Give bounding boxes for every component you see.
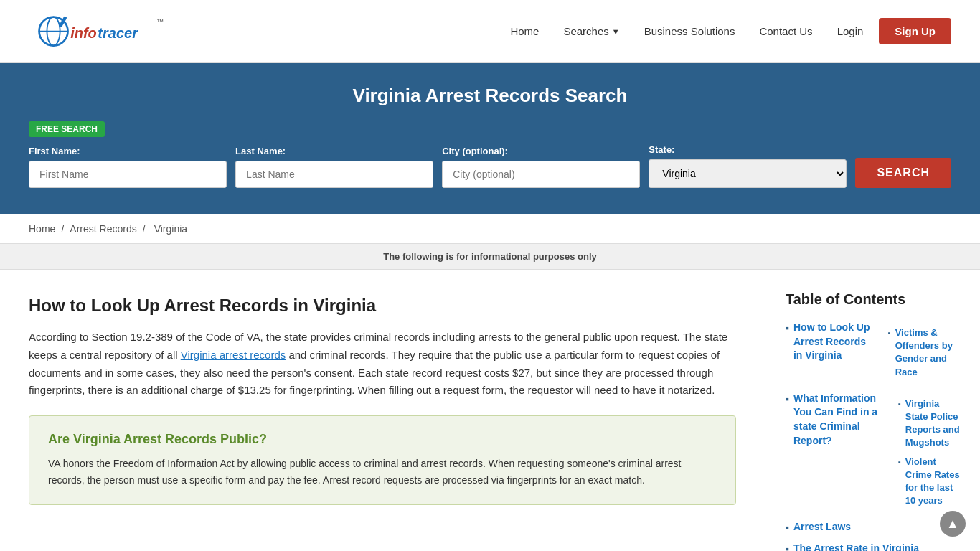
toc-item: What Information You Can Find in a state… <box>786 392 963 514</box>
nav-contact[interactable]: Contact Us <box>750 19 821 43</box>
breadcrumb-sep-2: / <box>143 223 149 235</box>
nav-signup[interactable]: Sign Up <box>879 18 951 44</box>
logo-area: info tracer ™ <box>29 10 172 53</box>
callout-box: Are Virginia Arrest Records Public? VA h… <box>29 415 736 505</box>
svg-text:tracer: tracer <box>98 24 138 40</box>
nav-searches[interactable]: Searches ▼ <box>555 19 628 43</box>
sidebar: Table of Contents How to Look Up Arrest … <box>765 270 980 551</box>
toc-sub-link[interactable]: Virginia State Police Reports and Mugsho… <box>905 397 963 450</box>
toc-sub-link[interactable]: Victims & Offenders by Gender and Race <box>895 326 963 379</box>
nav-business[interactable]: Business Solutions <box>636 19 744 43</box>
scroll-to-top[interactable]: ▲ <box>940 511 966 537</box>
hero-title: Virginia Arrest Records Search <box>29 85 951 107</box>
virginia-records-link[interactable]: Virginia arrest records <box>181 349 286 361</box>
last-name-label: Last Name: <box>235 146 433 156</box>
article-title: How to Look Up Arrest Records in Virgini… <box>29 296 736 316</box>
toc-title: Table of Contents <box>786 291 963 308</box>
last-name-input[interactable] <box>235 161 433 188</box>
state-select[interactable]: Virginia Alabama Alaska California Texas… <box>649 159 847 188</box>
toc-sub-item: Victims & Offenders by Gender and Race <box>888 326 963 379</box>
breadcrumb-sep-1: / <box>62 223 67 235</box>
first-name-field: First Name: <box>29 146 227 188</box>
callout-title: Are Virginia Arrest Records Public? <box>48 432 717 447</box>
search-button[interactable]: SEARCH <box>855 158 951 188</box>
toc-link[interactable]: How to Look Up Arrest Records in Virgini… <box>793 321 874 363</box>
breadcrumb-home[interactable]: Home <box>29 223 55 235</box>
svg-text:info: info <box>70 24 97 40</box>
free-badge: FREE SEARCH <box>29 121 105 137</box>
toc-sub-link[interactable]: Violent Crime Rates for the last 10 year… <box>905 456 963 508</box>
breadcrumb: Home / Arrest Records / Virginia <box>0 214 980 244</box>
logo-svg: info tracer ™ <box>29 10 172 53</box>
main-nav: Home Searches ▼ Business Solutions Conta… <box>501 18 951 44</box>
info-bar: The following is for informational purpo… <box>0 244 980 270</box>
svg-text:™: ™ <box>156 18 164 26</box>
breadcrumb-current: Virginia <box>154 223 187 235</box>
toc-sub-item: Violent Crime Rates for the last 10 year… <box>898 456 963 508</box>
header: info tracer ™ Home Searches ▼ Business S… <box>0 0 980 63</box>
chevron-down-icon: ▼ <box>612 27 620 36</box>
city-input[interactable] <box>442 161 640 188</box>
toc-link[interactable]: Arrest Laws <box>793 520 851 534</box>
city-field: City (optional): <box>442 146 640 188</box>
toc-item: The Arrest Rate in Virginia <box>786 542 963 551</box>
toc-item: Arrest Laws <box>786 520 963 534</box>
nav-home[interactable]: Home <box>501 19 547 43</box>
nav-login[interactable]: Login <box>829 19 872 43</box>
last-name-field: Last Name: <box>235 146 433 188</box>
main-container: How to Look Up Arrest Records in Virgini… <box>0 270 980 551</box>
first-name-input[interactable] <box>29 161 227 188</box>
content-area: How to Look Up Arrest Records in Virgini… <box>0 270 765 551</box>
search-form: First Name: Last Name: City (optional): … <box>29 144 951 188</box>
toc-link[interactable]: The Arrest Rate in Virginia <box>793 542 919 551</box>
breadcrumb-arrest[interactable]: Arrest Records <box>70 223 136 235</box>
callout-body: VA honors the Freedom of Information Act… <box>48 456 717 489</box>
toc-link[interactable]: What Information You Can Find in a state… <box>793 392 884 448</box>
toc-list: How to Look Up Arrest Records in Virgini… <box>786 321 963 551</box>
toc-sub-item: Virginia State Police Reports and Mugsho… <box>898 397 963 450</box>
hero-section: Virginia Arrest Records Search FREE SEAR… <box>0 63 980 214</box>
state-label: State: <box>649 144 847 155</box>
toc-item: How to Look Up Arrest Records in Virgini… <box>786 321 963 385</box>
city-label: City (optional): <box>442 146 640 156</box>
first-name-label: First Name: <box>29 146 227 156</box>
article-body: According to Section 19.2-389 of the Cod… <box>29 329 736 400</box>
state-field: State: Virginia Alabama Alaska Californi… <box>649 144 847 188</box>
